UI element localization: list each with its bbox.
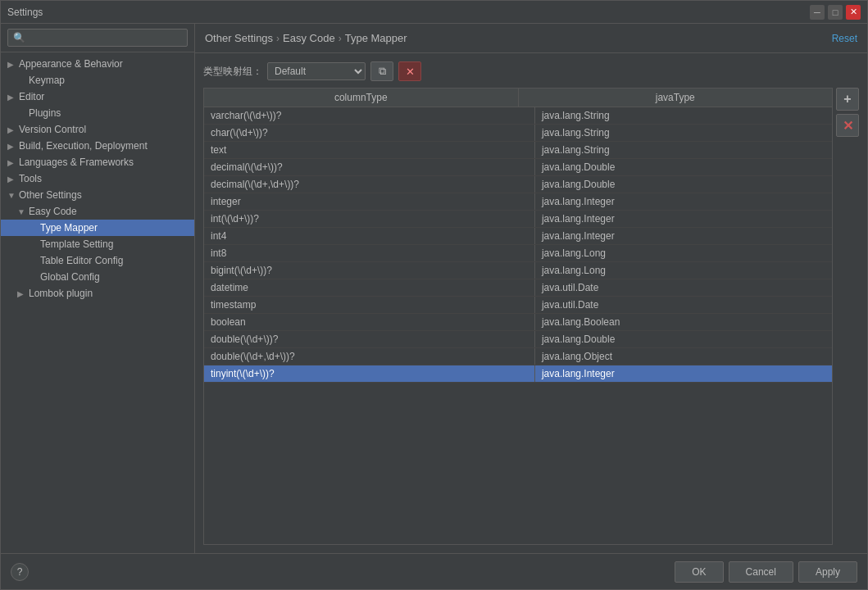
cell-java-type: java.lang.Long [534,245,832,262]
table-row[interactable]: timestampjava.util.Date [204,297,832,314]
sidebar-item-plugins[interactable]: Plugins [1,105,194,121]
table-row[interactable]: tinyint(\(\d+\))?java.lang.Integer [204,365,832,383]
cell-column-type: tinyint(\(\d+\))? [204,365,534,383]
table-scroll[interactable]: varchar(\(\d+\))?java.lang.Stringchar(\(… [204,107,832,544]
table-row[interactable]: bigint(\(\d+\))?java.lang.Long [204,262,832,279]
maximize-button[interactable]: □ [828,5,843,20]
cell-java-type: java.lang.Double [534,159,832,176]
type-mapper-dropdown[interactable]: Default [267,62,366,80]
tree-arrow-languages: ▶ [7,158,19,167]
sidebar-item-label-languages: Languages & Frameworks [19,157,188,168]
table-row[interactable]: double(\(\d+,\d+\))?java.lang.Object [204,348,832,365]
apply-button[interactable]: Apply [798,561,857,583]
table-row[interactable]: char(\(\d+\))?java.lang.String [204,125,832,142]
footer-right: OK Cancel Apply [675,561,857,583]
table-row[interactable]: decimal(\(\d+\))?java.lang.Double [204,159,832,176]
cell-column-type: datetime [204,279,534,297]
table-row[interactable]: int8java.lang.Long [204,245,832,262]
cell-java-type: java.util.Date [534,279,832,297]
table-row[interactable]: decimal(\(\d+,\d+\))?java.lang.Double [204,176,832,193]
sidebar-item-label-plugins: Plugins [29,107,188,119]
copy-group-button[interactable]: ⧉ [370,61,393,81]
type-mapper-table-body: varchar(\(\d+\))?java.lang.Stringchar(\(… [204,107,832,383]
sidebar-item-other-settings[interactable]: ▼Other Settings [1,187,194,203]
sidebar-item-easy-code[interactable]: ▼Easy Code [1,203,194,220]
table-row[interactable]: booleanjava.lang.Boolean [204,314,832,331]
sidebar-item-table-editor-config[interactable]: Table Editor Config [1,252,194,269]
table-row[interactable]: integerjava.lang.Integer [204,193,832,211]
breadcrumb-sep-1: › [276,33,279,44]
cell-java-type: java.util.Date [534,297,832,314]
sidebar-item-label-tools: Tools [19,173,188,184]
sidebar-item-languages[interactable]: ▶Languages & Frameworks [1,154,194,170]
cell-column-type: int8 [204,245,534,262]
table-row[interactable]: int(\(\d+\))?java.lang.Integer [204,211,832,228]
cell-java-type: java.lang.Integer [534,228,832,245]
cell-column-type: integer [204,193,534,211]
cell-column-type: text [204,142,534,159]
remove-row-button[interactable]: ✕ [836,114,859,137]
table-row[interactable]: datetimejava.util.Date [204,279,832,297]
cell-java-type: java.lang.Object [534,348,832,365]
cancel-button[interactable]: Cancel [729,561,793,583]
settings-window: Settings ─ □ ✕ ▶Appearance & BehaviorKey… [0,0,868,590]
search-box [1,24,194,52]
reset-button[interactable]: Reset [832,33,857,44]
sidebar-item-label-lombok-plugin: Lombok plugin [29,288,188,299]
sidebar-item-type-mapper[interactable]: Type Mapper [1,220,194,236]
sidebar-item-appearance[interactable]: ▶Appearance & Behavior [1,56,194,72]
delete-icon: ✕ [406,66,415,78]
footer-left: ? [11,563,29,581]
delete-group-button[interactable]: ✕ [398,61,421,81]
column-header-columntype: columnType [204,88,518,107]
remove-icon: ✕ [843,118,853,134]
cell-java-type: java.lang.Integer [534,365,832,383]
table-row[interactable]: int4java.lang.Integer [204,228,832,245]
minimize-button[interactable]: ─ [810,5,825,20]
sidebar: ▶Appearance & BehaviorKeymap▶EditorPlugi… [1,24,195,553]
sidebar-item-tools[interactable]: ▶Tools [1,170,194,187]
breadcrumb-item-2: Easy Code [283,32,335,44]
cell-java-type: java.lang.String [534,107,832,125]
sidebar-item-editor[interactable]: ▶Editor [1,88,194,105]
main-content: ▶Appearance & BehaviorKeymap▶EditorPlugi… [1,24,867,553]
table-row[interactable]: textjava.lang.String [204,142,832,159]
toolbar-label: 类型映射组： [203,65,262,79]
cell-java-type: java.lang.Integer [534,193,832,211]
breadcrumb: Other Settings › Easy Code › Type Mapper [205,32,407,44]
breadcrumb-bar: Other Settings › Easy Code › Type Mapper… [195,24,867,53]
sidebar-item-template-setting[interactable]: Template Setting [1,236,194,252]
tree-arrow-tools: ▶ [7,175,19,184]
cell-column-type: decimal(\(\d+\))? [204,159,534,176]
ok-button[interactable]: OK [675,561,723,583]
cell-column-type: int4 [204,228,534,245]
close-button[interactable]: ✕ [846,5,861,20]
cell-column-type: double(\(\d+\))? [204,331,534,348]
footer: ? OK Cancel Apply [1,553,867,589]
help-button[interactable]: ? [11,563,29,581]
sidebar-item-label-version-control: Version Control [19,124,188,135]
sidebar-item-label-global-config: Global Config [40,271,188,283]
table-row[interactable]: varchar(\(\d+\))?java.lang.String [204,107,832,125]
sidebar-item-label-template-setting: Template Setting [40,238,188,250]
sidebar-item-lombok-plugin[interactable]: ▶Lombok plugin [1,285,194,302]
sidebar-item-version-control[interactable]: ▶Version Control [1,121,194,138]
data-table-wrapper: columnType javaType varchar(\(\d+\))?jav… [203,88,833,545]
cell-java-type: java.lang.String [534,125,832,142]
cell-column-type: timestamp [204,297,534,314]
search-input[interactable] [7,29,188,47]
window-title: Settings [7,7,810,18]
panel-body: 类型映射组： Default ⧉ ✕ [195,53,867,553]
cell-java-type: java.lang.String [534,142,832,159]
sidebar-item-global-config[interactable]: Global Config [1,269,194,285]
sidebar-item-keymap[interactable]: Keymap [1,72,194,88]
title-bar: Settings ─ □ ✕ [1,1,867,24]
tree-arrow-appearance: ▶ [7,60,19,69]
table-area: columnType javaType varchar(\(\d+\))?jav… [203,88,859,545]
add-row-button[interactable]: + [836,88,859,111]
tree-arrow-lombok-plugin: ▶ [17,289,29,298]
tree-arrow-version-control: ▶ [7,125,19,134]
table-row[interactable]: double(\(\d+\))?java.lang.Double [204,331,832,348]
cell-column-type: decimal(\(\d+,\d+\))? [204,176,534,193]
sidebar-item-build-execution[interactable]: ▶Build, Execution, Deployment [1,138,194,154]
